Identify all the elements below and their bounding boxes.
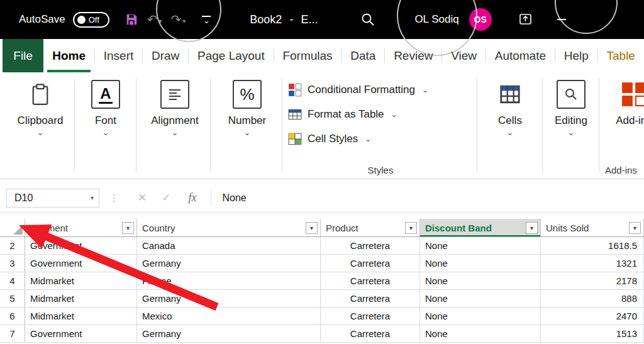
- cell[interactable]: None: [420, 237, 541, 254]
- number-group-button[interactable]: % Number ⌄: [214, 76, 280, 136]
- select-all-button[interactable]: [0, 219, 25, 236]
- cell[interactable]: Germany: [137, 255, 321, 272]
- tab-data[interactable]: Data: [341, 39, 384, 72]
- alignment-group-button[interactable]: Alignment ⌄: [141, 76, 209, 136]
- row-header[interactable]: 4: [0, 272, 25, 289]
- font-group-button[interactable]: A Font ⌄: [78, 76, 133, 136]
- cell[interactable]: 1618.5: [541, 237, 644, 254]
- cell[interactable]: 1513: [541, 325, 644, 342]
- undo-button[interactable]: ↶ ▾: [147, 13, 162, 26]
- row-header[interactable]: 6: [0, 308, 25, 325]
- cell[interactable]: Government: [25, 255, 137, 272]
- cell[interactable]: 888: [541, 290, 644, 307]
- tab-view[interactable]: View: [442, 39, 486, 72]
- user-name[interactable]: OL Sodiq: [414, 13, 458, 26]
- tab-table-design[interactable]: Table: [598, 39, 644, 72]
- editing-group-button[interactable]: Editing ⌄: [546, 76, 596, 136]
- chevron-down-icon[interactable]: ⌄: [37, 129, 44, 136]
- cell[interactable]: Government: [25, 325, 137, 342]
- cancel-icon[interactable]: ✕: [138, 191, 147, 204]
- autosave-toggle[interactable]: Off: [73, 12, 109, 28]
- chevron-down-icon[interactable]: ⌄: [172, 129, 179, 136]
- cell[interactable]: Midmarket: [25, 290, 137, 307]
- addins-group-button[interactable]: Add-ins: [602, 76, 644, 127]
- cell[interactable]: None: [420, 272, 541, 289]
- cell[interactable]: Canada: [137, 237, 321, 254]
- tab-draw[interactable]: Draw: [143, 39, 188, 72]
- filter-button[interactable]: ▾: [526, 222, 538, 234]
- cell[interactable]: None: [420, 325, 541, 342]
- tab-formulas[interactable]: Formulas: [274, 39, 341, 72]
- name-box[interactable]: D10 ▾: [6, 189, 99, 208]
- cell[interactable]: None: [420, 290, 541, 307]
- row-header[interactable]: 3: [0, 255, 25, 272]
- redo-button[interactable]: ↷ ▾: [171, 13, 186, 26]
- formula-bar-value[interactable]: None: [223, 192, 247, 204]
- cell[interactable]: None: [420, 255, 541, 272]
- cell[interactable]: Carretera: [321, 272, 420, 289]
- column-header-product[interactable]: Product ▾: [321, 219, 420, 236]
- search-icon[interactable]: [360, 12, 375, 27]
- chevron-down-icon[interactable]: ⌄: [244, 129, 251, 136]
- cell[interactable]: Carretera: [321, 290, 420, 307]
- undo-dropdown-icon[interactable]: ▾: [159, 17, 162, 26]
- tab-help[interactable]: Help: [555, 39, 597, 72]
- cell[interactable]: Carretera: [321, 308, 420, 325]
- group-divider: [74, 79, 75, 172]
- cell[interactable]: Germany: [137, 325, 321, 342]
- cell[interactable]: Midmarket: [25, 308, 137, 325]
- quick-access-toolbar: ↶ ▾ ↷ ▾: [125, 13, 186, 26]
- column-header-units-sold[interactable]: Units Sold ▾: [541, 219, 644, 236]
- insert-function-button[interactable]: fx: [189, 191, 197, 204]
- cell[interactable]: Carretera: [321, 325, 420, 342]
- cell[interactable]: 2178: [541, 272, 644, 289]
- format-as-table-button[interactable]: Format as Table ⌄: [288, 102, 428, 126]
- cell[interactable]: 2470: [541, 308, 644, 325]
- tab-page-layout[interactable]: Page Layout: [189, 39, 274, 72]
- row-header[interactable]: 5: [0, 290, 25, 307]
- cells-group-button[interactable]: Cells ⌄: [482, 76, 538, 136]
- styles-group-label: Styles: [314, 165, 447, 175]
- filter-button[interactable]: ▾: [405, 222, 417, 234]
- filter-button[interactable]: ▾: [306, 222, 318, 234]
- row-header[interactable]: 7: [0, 325, 25, 342]
- column-header-country[interactable]: Country ▾: [137, 219, 321, 236]
- cell[interactable]: Germany: [137, 290, 321, 307]
- minimize-button[interactable]: [557, 13, 567, 26]
- column-header-segment[interactable]: Segment ▾: [25, 219, 137, 236]
- chevron-down-icon[interactable]: ⌄: [103, 129, 109, 136]
- tab-insert[interactable]: Insert: [95, 39, 143, 72]
- cell[interactable]: None: [420, 308, 541, 325]
- tab-automate[interactable]: Automate: [486, 39, 555, 72]
- group-divider: [282, 79, 282, 172]
- clipboard-group-button[interactable]: Clipboard ⌄: [9, 76, 72, 136]
- customize-quick-access-button[interactable]: ⌄: [202, 16, 211, 24]
- ribbon-display-options-icon[interactable]: [518, 12, 533, 27]
- conditional-formatting-button[interactable]: Conditional Formatting ⌄: [288, 77, 428, 102]
- avatar[interactable]: OS: [469, 8, 492, 31]
- ribbon: Clipboard ⌄ A Font ⌄ Alignment ⌄ % Numbe…: [0, 72, 644, 179]
- cell[interactable]: Mexico: [137, 308, 321, 325]
- autosave-label: AutoSave: [19, 13, 65, 26]
- cell[interactable]: Midmarket: [25, 272, 137, 289]
- chevron-down-icon[interactable]: ⌄: [507, 129, 514, 136]
- row-header[interactable]: 2: [0, 237, 25, 254]
- filter-button[interactable]: ▾: [122, 222, 134, 234]
- tab-home[interactable]: Home: [43, 39, 94, 72]
- dropdown-icon[interactable]: ▾: [91, 194, 99, 201]
- enter-icon[interactable]: ✓: [162, 191, 170, 204]
- save-icon[interactable]: [125, 13, 138, 26]
- tab-file[interactable]: File: [3, 39, 43, 72]
- cell[interactable]: Government: [25, 237, 137, 254]
- cell[interactable]: Carretera: [321, 237, 420, 254]
- redo-dropdown-icon[interactable]: ▾: [182, 17, 186, 26]
- drag-handle-icon[interactable]: ⋮: [109, 192, 119, 204]
- filter-button[interactable]: ▾: [629, 222, 641, 234]
- chevron-down-icon[interactable]: ⌄: [568, 129, 575, 136]
- cell[interactable]: 1321: [541, 255, 644, 272]
- tab-review[interactable]: Review: [385, 39, 441, 72]
- cell-styles-button[interactable]: Cell Styles ⌄: [288, 126, 428, 151]
- cell[interactable]: Carretera: [321, 255, 420, 272]
- column-header-discount-band[interactable]: Discount Band ▾: [420, 219, 541, 236]
- cell[interactable]: France: [137, 272, 321, 289]
